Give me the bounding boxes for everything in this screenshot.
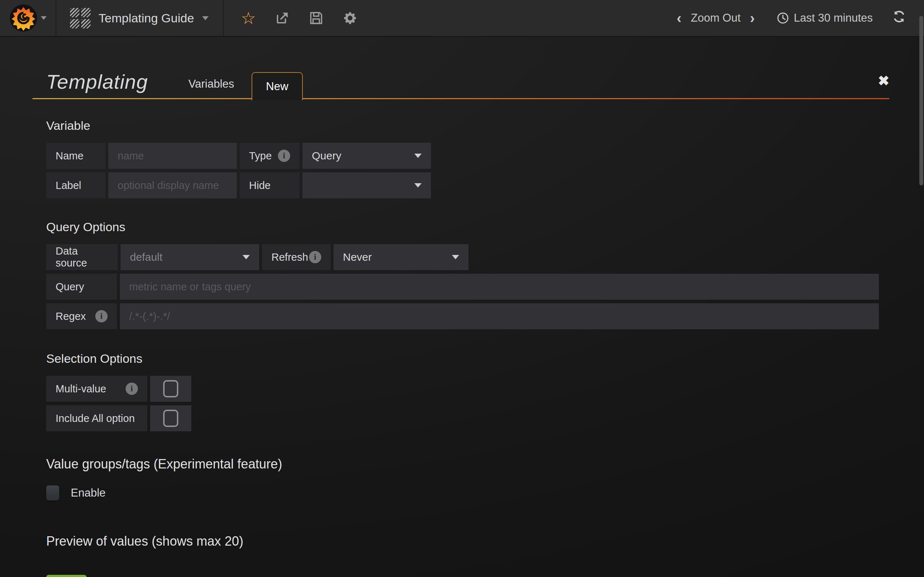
regex-label-box: Regex i [46, 303, 117, 329]
query-label: Query [46, 274, 117, 300]
hide-select-caret-icon [414, 183, 422, 187]
regex-info-icon[interactable]: i [95, 310, 108, 322]
multi-value-row: Multi-value i [46, 376, 879, 402]
type-label: Type [249, 150, 272, 162]
add-button[interactable]: Add [46, 575, 87, 577]
include-all-checkbox-box [150, 405, 191, 431]
grafana-logo-icon [9, 3, 38, 32]
tab-variables[interactable]: Variables [188, 77, 234, 99]
refresh-select[interactable]: Never [333, 244, 468, 270]
dashboard-title-picker[interactable]: Templating Guide [56, 0, 224, 36]
name-field-box [108, 143, 237, 169]
variable-heading: Variable [46, 119, 924, 133]
datasource-select-caret-icon [242, 255, 250, 259]
multi-value-checkbox-box [150, 376, 191, 402]
type-info-icon[interactable]: i [278, 150, 290, 162]
regex-input[interactable] [129, 311, 869, 322]
refresh-icon [892, 10, 906, 23]
share-button[interactable] [275, 10, 290, 26]
save-button[interactable] [309, 10, 324, 26]
multi-value-info-icon[interactable]: i [126, 383, 138, 395]
time-shift-forward-button[interactable]: › [741, 11, 764, 25]
settings-button[interactable] [342, 10, 358, 26]
preview-heading: Preview of values (shows max 20) [46, 534, 924, 549]
multi-value-checkbox[interactable] [163, 380, 178, 397]
datasource-select-value: default [130, 251, 162, 263]
type-label-box: Type i [240, 143, 300, 169]
query-row: Query [46, 274, 879, 300]
datasource-row: Data source default Refresh i Never [46, 244, 879, 270]
top-navbar: Templating Guide ☆ ‹ Zoom [0, 0, 924, 37]
time-range-label: Last 30 minutes [794, 11, 873, 24]
label-input[interactable] [118, 180, 228, 192]
refresh-button[interactable] [892, 10, 906, 26]
dashboard-grid-icon [70, 8, 90, 29]
selection-options-heading: Selection Options [46, 351, 924, 366]
zoom-out-button[interactable]: Zoom Out [691, 11, 741, 24]
tab-new[interactable]: New [252, 72, 303, 100]
dashboard-caret-icon [202, 16, 208, 20]
time-controls: ‹ Zoom Out › Last 30 minutes [667, 0, 924, 36]
page-title: Templating [46, 70, 148, 99]
time-range-picker[interactable]: Last 30 minutes [776, 11, 873, 24]
query-field-box [120, 274, 879, 300]
refresh-info-icon[interactable]: i [309, 251, 321, 263]
templating-editor: Templating Variables New ✖ Variable Name… [0, 70, 924, 577]
grafana-menu[interactable] [0, 0, 56, 36]
regex-label: Regex [56, 311, 86, 322]
share-icon [275, 10, 290, 26]
variable-name-row: Name Type i Query [46, 143, 879, 169]
time-shift-back-button[interactable]: ‹ [667, 11, 691, 25]
close-icon[interactable]: ✖ [878, 74, 889, 88]
type-select[interactable]: Query [302, 143, 431, 169]
query-input[interactable] [129, 281, 869, 293]
type-select-value: Query [312, 150, 341, 162]
save-icon [309, 10, 324, 26]
multi-value-label-box: Multi-value i [46, 376, 147, 402]
include-all-checkbox[interactable] [163, 410, 178, 427]
label-label: Label [46, 172, 105, 198]
datasource-label: Data source [46, 244, 118, 270]
regex-row: Regex i [46, 303, 879, 329]
grafana-menu-caret-icon [41, 16, 47, 20]
variable-label-row: Label Hide [46, 172, 879, 198]
regex-field-box [120, 303, 879, 329]
templating-header: Templating Variables New ✖ [46, 70, 889, 99]
enable-label: Enable [71, 487, 106, 500]
refresh-select-caret-icon [452, 255, 459, 259]
refresh-label-box: Refresh i [262, 244, 331, 270]
page-scrollbar[interactable] [919, 16, 923, 185]
dashboard-actions: ☆ [224, 0, 358, 36]
star-icon: ☆ [241, 10, 256, 26]
include-all-row: Include All option [46, 405, 879, 431]
hide-select[interactable] [302, 172, 431, 198]
clock-icon [776, 11, 789, 24]
refresh-select-value: Never [343, 251, 372, 263]
enable-checkbox[interactable] [46, 485, 59, 501]
type-select-caret-icon [414, 154, 422, 158]
value-groups-heading: Value groups/tags (Experimental feature) [46, 456, 924, 472]
hide-label: Hide [240, 172, 300, 198]
dashboard-title: Templating Guide [99, 11, 194, 25]
datasource-select[interactable]: default [121, 244, 259, 270]
enable-row: Enable [46, 485, 924, 501]
query-options-heading: Query Options [46, 220, 924, 234]
gear-icon [342, 10, 358, 26]
name-input[interactable] [118, 150, 228, 162]
label-field-box [108, 172, 237, 198]
refresh-label: Refresh [271, 251, 308, 263]
multi-value-label: Multi-value [56, 383, 106, 395]
include-all-label: Include All option [46, 405, 147, 431]
star-button[interactable]: ☆ [241, 10, 256, 26]
name-label: Name [46, 143, 105, 169]
